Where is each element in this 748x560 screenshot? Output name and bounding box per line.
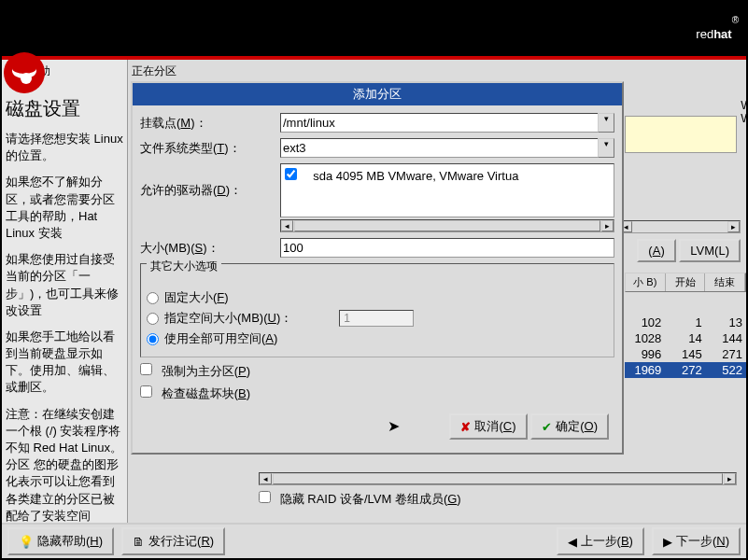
fs-dropdown-button[interactable]: ▾ [598, 138, 614, 158]
release-notes-button[interactable]: 🗎 发行注记(R) [121, 527, 225, 555]
mount-point-input[interactable] [280, 113, 598, 133]
drive-item-sda[interactable]: sda 4095 MB VMware, VMware Virtua [281, 164, 614, 187]
redhat-logo-text: redhat [696, 15, 739, 45]
radio-upto-label: 指定空间大小(MB)(U)： [164, 310, 292, 327]
force-primary-checkbox[interactable] [140, 363, 152, 375]
fs-type-input[interactable] [280, 138, 598, 158]
ok-icon: ✔ [542, 420, 552, 434]
svg-point-2 [12, 63, 36, 74]
arrow-right-icon: ▶ [663, 535, 672, 549]
radio-fixed-label: 固定大小(F) [164, 289, 229, 306]
partition-table-header: 小 B) 开始 结束 [625, 273, 746, 292]
table-row[interactable]: 996145271 [625, 346, 746, 362]
drive-list[interactable]: sda 4095 MB VMware, VMware Virtua [280, 163, 614, 217]
table-row[interactable]: 102814144 [625, 330, 746, 346]
bottom-nav-bar: 💡 隐藏帮助(H) 🗎 发行注记(R) ◀ 上一步(B) ▶ 下一步(N) [2, 523, 746, 558]
scroll-left-icon[interactable]: ◂ [281, 220, 293, 231]
scroll-right-icon[interactable]: ▸ [724, 473, 736, 484]
add-partition-dialog: 添加分区 挂载点(M)： ▾ 文件系统类型(T)： ▾ 允许的驱动器(D)： s [131, 81, 624, 455]
scroll-right-icon[interactable]: ▸ [727, 221, 740, 232]
scroll-left-icon[interactable]: ◂ [260, 473, 272, 484]
document-icon: 🗎 [133, 535, 145, 549]
cancel-icon: ✘ [460, 420, 471, 434]
radio-use-all[interactable] [147, 333, 159, 345]
size-options-legend: 其它大小选项 [147, 259, 221, 274]
main-label: 正在分区 [132, 63, 742, 79]
help-text: 请选择您想安装 Linux 的位置。 如果您不了解如分区，或者您需要分区工具的帮… [6, 131, 123, 525]
radio-fill-upto[interactable] [147, 313, 159, 325]
disk-usage-bar [625, 116, 737, 153]
allowed-drives-label: 允许的驱动器(D)： [140, 163, 280, 199]
main-scrollbar[interactable]: ◂ ▸ [259, 472, 737, 485]
hide-raid-checkbox[interactable] [259, 491, 271, 503]
force-primary-label: 强制为主分区(P) [162, 364, 250, 378]
help-title: 磁盘设置 [6, 96, 123, 121]
size-input[interactable] [280, 238, 614, 258]
a-button[interactable]: (A) [637, 239, 675, 262]
mount-point-label: 挂载点(M)： [140, 115, 280, 132]
lightbulb-icon: 💡 [19, 535, 34, 549]
lvm-button[interactable]: LVM(L) [679, 239, 741, 262]
back-button[interactable]: ◀ 上一步(B) [557, 527, 644, 555]
ok-button[interactable]: ✔ 确定(O) [530, 413, 609, 440]
disk-device-label: VMware Virtual [741, 99, 748, 125]
dialog-title: 添加分区 [133, 83, 622, 105]
redhat-logo-icon [2, 50, 47, 95]
cancel-button[interactable]: ✘ 取消(C) [449, 413, 527, 440]
radio-fixed-size[interactable] [147, 292, 159, 304]
disk-scrollbar[interactable]: ◂ ▸ [619, 220, 741, 233]
header-bar: redhat [2, 2, 746, 56]
hide-help-button[interactable]: 💡 隐藏帮助(H) [7, 527, 114, 555]
mount-dropdown-button[interactable]: ▾ [598, 113, 614, 133]
check-badblocks-checkbox[interactable] [140, 385, 152, 398]
next-button[interactable]: ▶ 下一步(N) [652, 527, 741, 555]
hide-raid-label: 隐藏 RAID 设备/LVM 卷组成员(G) [280, 492, 461, 506]
size-options-fieldset: 其它大小选项 固定大小(F) 指定空间大小(MB)(U)： 1 使用全部可用空间… [140, 263, 614, 357]
scroll-right-icon[interactable]: ▸ [601, 220, 614, 231]
drive-scrollbar[interactable]: ◂ ▸ [280, 219, 614, 232]
scroll-thumb[interactable] [294, 220, 600, 231]
upto-size-spinner[interactable]: 1 [339, 310, 414, 327]
size-label: 大小(MB)(S)： [140, 240, 280, 257]
help-pane: 在线帮助 磁盘设置 请选择您想安装 Linux 的位置。 如果您不了解如分区，或… [2, 60, 128, 523]
drive-sda-checkbox[interactable] [285, 168, 297, 180]
check-badblocks-label: 检查磁盘坏块(B) [162, 386, 250, 400]
table-row-selected[interactable]: 1969272522 [625, 362, 746, 378]
scroll-thumb[interactable] [273, 473, 723, 484]
arrow-left-icon: ◀ [568, 535, 577, 549]
table-row[interactable]: 102113 [625, 315, 746, 330]
svg-point-3 [21, 73, 32, 84]
fs-type-label: 文件系统类型(T)： [140, 140, 280, 157]
radio-all-label: 使用全部可用空间(A) [164, 330, 277, 347]
